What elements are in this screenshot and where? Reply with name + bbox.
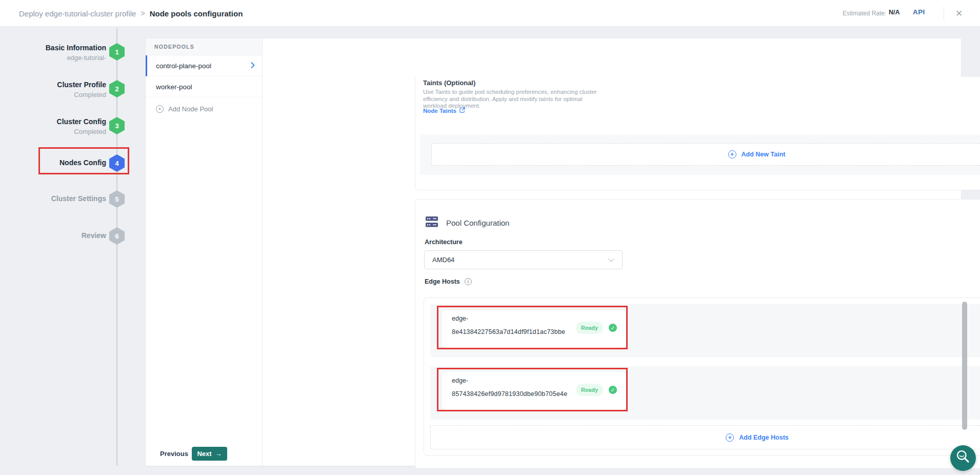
- estimated-rate-label: Estimated Rate:: [843, 10, 886, 17]
- nodepools-header: NODEPOOLS: [146, 38, 262, 55]
- breadcrumb: Deploy edge-tutorial-cluster profile > N…: [19, 0, 243, 27]
- external-link-icon: [459, 107, 465, 114]
- server-rack-icon: [426, 216, 438, 229]
- step-1-number: 1: [115, 48, 118, 56]
- step-cluster-settings[interactable]: Cluster Settings: [51, 194, 106, 203]
- plus-circle-icon: +: [728, 150, 736, 159]
- chevron-right-icon: [251, 62, 255, 70]
- chevron-down-icon: [608, 256, 614, 264]
- node-taints-link-label: Node Taints: [423, 108, 456, 114]
- help-widget-button[interactable]: [950, 445, 976, 471]
- step-3-badge: 3: [109, 117, 125, 134]
- add-new-taint-label: Add New Taint: [742, 151, 786, 158]
- step-3-number: 3: [115, 122, 118, 130]
- header-divider: [944, 7, 944, 20]
- estimated-rate-value: N/A: [889, 9, 900, 16]
- main-panel: NODEPOOLS control-plane-pool worker-pool…: [146, 38, 961, 466]
- breadcrumb-deploy-profile[interactable]: Deploy edge-tutorial-cluster profile: [19, 9, 136, 18]
- add-node-pool-label: Add Node Pool: [168, 105, 213, 113]
- taints-empty-zone: + Add New Taint: [420, 134, 980, 175]
- info-icon[interactable]: i: [465, 278, 472, 285]
- step-nodes-config[interactable]: Nodes Config: [59, 159, 106, 167]
- taints-description: Use Taints to guide pod scheduling prefe…: [423, 89, 597, 110]
- pool-configuration-card: Pool Configuration Architecture AMD64 Ed…: [415, 199, 980, 469]
- edge-host-row: edge- 857438426ef9d9781930dbe90b705e4e R…: [430, 366, 980, 420]
- magnifier-smile-icon: [953, 447, 973, 469]
- add-edge-hosts-button[interactable]: + Add Edge Hosts: [430, 425, 980, 449]
- add-new-taint-button[interactable]: + Add New Taint: [431, 143, 980, 166]
- annotation-box-edge-host-1: [437, 306, 628, 349]
- step-cluster-config[interactable]: Cluster Config: [57, 117, 106, 126]
- nodepool-name: control-plane-pool: [156, 62, 211, 70]
- taints-desc-line1: Use Taints to guide pod scheduling prefe…: [423, 89, 597, 96]
- step-4-number: 4: [115, 160, 118, 167]
- close-wizard-button[interactable]: ✕: [952, 7, 966, 20]
- step-review[interactable]: Review: [82, 231, 106, 240]
- architecture-value: AMD64: [432, 256, 454, 264]
- pool-configuration-title: Pool Configuration: [446, 219, 509, 227]
- annotation-box-edge-host-2: [437, 368, 628, 411]
- plus-circle-icon: +: [156, 105, 164, 113]
- step-2-badge: 2: [109, 80, 125, 97]
- step-4-badge: 4: [109, 154, 125, 172]
- step-basic-information-sub: edge-tutorial-: [67, 54, 106, 62]
- scrollbar-thumb[interactable]: [962, 302, 967, 430]
- deploy-wizard-page: Deploy edge-tutorial-cluster profile > N…: [0, 0, 980, 475]
- close-icon: ✕: [955, 8, 963, 19]
- step-5-badge: 5: [109, 190, 125, 208]
- breadcrumb-separator: >: [141, 9, 145, 17]
- step-5-number: 5: [115, 195, 118, 203]
- nodepools-sidebar: NODEPOOLS control-plane-pool worker-pool…: [146, 38, 263, 466]
- add-edge-hosts-label: Add Edge Hosts: [739, 434, 789, 441]
- previous-button[interactable]: Previous: [160, 450, 188, 458]
- architecture-label: Architecture: [425, 239, 463, 246]
- step-6-badge: 6: [109, 227, 125, 245]
- next-button-label: Next: [197, 450, 211, 458]
- edge-host-row: edge- 8e41384227563a7d14df9f1d1ac73bbe R…: [430, 304, 980, 357]
- step-basic-information[interactable]: Basic Information: [46, 44, 106, 52]
- taints-desc-line2: efficiency and distribution. Apply and m…: [423, 96, 597, 103]
- architecture-select[interactable]: AMD64: [424, 250, 623, 269]
- node-taints-link[interactable]: Node Taints: [423, 107, 465, 114]
- step-2-number: 2: [115, 85, 118, 93]
- edge-hosts-label: Edge Hosts: [425, 278, 460, 285]
- api-link[interactable]: API: [913, 8, 925, 16]
- taints-card: Taints (Optional) Use Taints to guide po…: [415, 77, 980, 190]
- step-1-badge: 1: [109, 43, 125, 61]
- step-cluster-config-sub: Completed: [74, 128, 106, 135]
- step-cluster-profile-sub: Completed: [74, 91, 106, 98]
- header-bar: Deploy edge-tutorial-cluster profile > N…: [0, 0, 980, 27]
- page-title: Node pools configuration: [150, 9, 243, 18]
- nodepool-item-worker-pool[interactable]: worker-pool: [146, 76, 262, 97]
- taints-title: Taints (Optional): [423, 79, 475, 87]
- step-6-number: 6: [115, 232, 118, 240]
- arrow-right-icon: →: [215, 450, 222, 458]
- step-cluster-profile[interactable]: Cluster Profile: [57, 81, 106, 89]
- edge-hosts-container: edge- 8e41384227563a7d14df9f1d1ac73bbe R…: [424, 298, 980, 456]
- nodepool-item-control-plane-pool[interactable]: control-plane-pool: [146, 55, 262, 76]
- next-button[interactable]: Next →: [192, 447, 227, 461]
- add-node-pool-button[interactable]: + Add Node Pool: [146, 97, 262, 120]
- plus-circle-icon: +: [726, 433, 734, 442]
- nodepool-name: worker-pool: [156, 83, 192, 91]
